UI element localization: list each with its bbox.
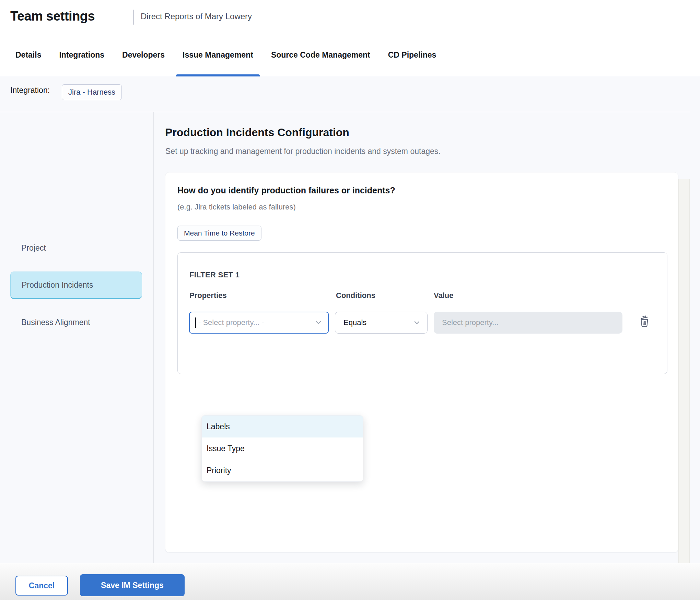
text-caret xyxy=(195,317,196,328)
integration-badge[interactable]: Jira - Harness xyxy=(62,84,122,100)
section-title: Production Incidents Configuration xyxy=(165,126,349,139)
integration-label: Integration: xyxy=(10,86,50,95)
footer-bar: Cancel Save IM Settings xyxy=(0,563,700,600)
scrollbar-track[interactable] xyxy=(678,179,690,563)
tab-bar: Details Integrations Developers Issue Ma… xyxy=(0,34,700,76)
identify-incidents-question: How do you identify production failures … xyxy=(177,185,395,195)
dropdown-option-priority[interactable]: Priority xyxy=(202,459,363,481)
filter-set-title: FILTER SET 1 xyxy=(189,271,240,279)
dropdown-option-labels[interactable]: Labels xyxy=(202,416,363,437)
section-description: Set up tracking and management for produ… xyxy=(165,147,441,156)
value-input[interactable] xyxy=(434,312,622,334)
dropdown-option-issue-type[interactable]: Issue Type xyxy=(202,437,363,459)
save-im-settings-button[interactable]: Save IM Settings xyxy=(80,574,185,596)
page-subtitle: Direct Reports of Mary Lowery xyxy=(141,12,252,21)
mean-time-to-restore-chip[interactable]: Mean Time to Restore xyxy=(177,226,261,241)
property-dropdown: Labels Issue Type Priority xyxy=(201,415,363,482)
value-column-label: Value xyxy=(434,291,453,300)
title-separator xyxy=(133,10,134,25)
condition-select[interactable]: Equals xyxy=(335,312,428,334)
chevron-down-icon xyxy=(413,319,421,327)
conditions-column-label: Conditions xyxy=(336,291,375,300)
filter-set-1: FILTER SET 1 Properties Conditions Value… xyxy=(177,252,667,374)
cancel-button[interactable]: Cancel xyxy=(15,576,68,596)
property-select[interactable]: - Select property... - xyxy=(189,312,329,334)
tab-issue-management[interactable]: Issue Management xyxy=(183,34,253,76)
tab-integrations[interactable]: Integrations xyxy=(59,34,104,76)
tab-cd-pipelines[interactable]: CD Pipelines xyxy=(388,34,436,76)
settings-sidebar: Project Production Incidents Business Al… xyxy=(0,112,154,563)
tab-developers[interactable]: Developers xyxy=(122,34,165,76)
sidebar-item-project[interactable]: Project xyxy=(21,243,46,253)
trash-icon xyxy=(637,314,652,328)
delete-filter-button[interactable] xyxy=(636,313,653,329)
sidebar-item-production-incidents[interactable]: Production Incidents xyxy=(10,272,142,299)
page-title: Team settings xyxy=(10,9,95,24)
properties-column-label: Properties xyxy=(189,291,227,300)
tab-details[interactable]: Details xyxy=(15,34,41,76)
sidebar-item-business-alignment[interactable]: Business Alignment xyxy=(21,318,90,327)
property-select-placeholder: - Select property... - xyxy=(198,318,314,327)
chevron-down-icon xyxy=(314,319,323,327)
team-settings-page: Team settings Direct Reports of Mary Low… xyxy=(0,0,700,600)
identify-incidents-hint: (e.g. Jira tickets labeled as failures) xyxy=(177,203,296,212)
incidents-config-card: How do you identify production failures … xyxy=(165,172,678,553)
tab-source-code-management[interactable]: Source Code Management xyxy=(271,34,370,76)
condition-select-value: Equals xyxy=(343,318,413,327)
